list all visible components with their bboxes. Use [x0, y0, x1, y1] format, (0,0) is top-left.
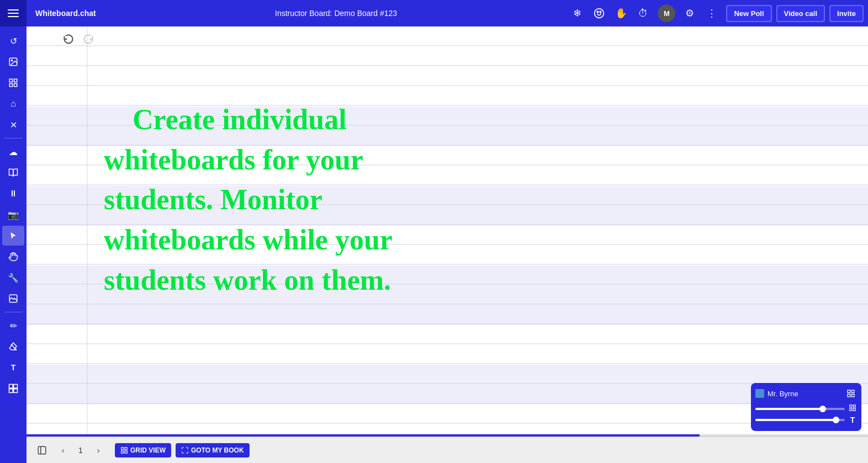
svg-rect-23: [848, 390, 850, 393]
svg-point-1: [597, 11, 599, 13]
svg-rect-11: [14, 385, 18, 389]
grid-view-button[interactable]: GRID VIEW: [115, 443, 171, 457]
next-page-button[interactable]: ›: [91, 443, 106, 458]
video-call-button[interactable]: Video call: [776, 5, 825, 22]
panel-slider-2[interactable]: [755, 419, 845, 421]
navbar-icons: ❄ ✋ ⏱ M ⚙ ⋮ New Poll Video call Invite: [567, 3, 868, 23]
new-poll-button[interactable]: New Poll: [726, 5, 771, 22]
app-logo: Whiteboard.chat: [27, 9, 105, 18]
tool-wrench[interactable]: 🔧: [2, 268, 24, 288]
redo-button[interactable]: [80, 31, 97, 46]
panel-slider-1-thumb[interactable]: [819, 406, 826, 412]
board-text: Create individual whiteboards for your s…: [104, 60, 393, 341]
panel-slider-1[interactable]: [755, 408, 845, 410]
palette-icon[interactable]: [589, 3, 609, 23]
tool-book[interactable]: [2, 163, 24, 183]
panel-slider-2-fill: [755, 419, 836, 421]
bottom-bar-left: [33, 441, 51, 459]
hamburger-icon: [8, 9, 19, 17]
tool-pen[interactable]: ✏: [2, 316, 24, 336]
menu-button[interactable]: [0, 0, 27, 26]
svg-rect-21: [121, 451, 124, 453]
tool-eraser[interactable]: [2, 337, 24, 356]
bottom-bar: ‹ 1 › GRID VIEW GOTO MY BOOK: [27, 437, 868, 463]
svg-rect-8: [14, 84, 17, 87]
settings-icon[interactable]: ⚙: [680, 3, 700, 23]
invite-button[interactable]: Invite: [829, 5, 864, 22]
svg-rect-19: [121, 447, 124, 449]
svg-rect-24: [851, 390, 854, 393]
svg-rect-30: [853, 408, 855, 411]
divider-1: [4, 138, 22, 139]
svg-rect-22: [125, 451, 127, 453]
progress-bar-fill: [27, 434, 700, 437]
svg-point-0: [595, 9, 604, 18]
avatar[interactable]: M: [658, 4, 675, 22]
svg-rect-12: [9, 389, 13, 393]
panel-color-swatch[interactable]: [755, 389, 764, 398]
panel-user-name: Mr. Byrne: [768, 390, 841, 398]
page-nav: ‹ 1 ›: [55, 443, 106, 458]
bottom-right-panel: Mr. Byrne T: [751, 383, 861, 431]
tool-refresh[interactable]: ↺: [2, 31, 24, 51]
panel-slider-2-thumb[interactable]: [833, 417, 839, 423]
svg-rect-7: [9, 84, 12, 87]
svg-rect-25: [848, 394, 850, 397]
tool-pause[interactable]: ⏸: [2, 184, 24, 204]
tool-image[interactable]: [2, 52, 24, 72]
tool-close[interactable]: ✕: [2, 115, 24, 135]
timer-icon[interactable]: ⏱: [633, 3, 653, 23]
panel-slider-2-row: T: [755, 416, 857, 424]
divider-2: [4, 312, 22, 312]
panel-slider-2-icon: T: [848, 416, 857, 424]
navbar: Whiteboard.chat Instructor Board: Demo B…: [0, 0, 868, 26]
panel-slider-1-row: [755, 404, 857, 413]
undo-button[interactable]: [60, 31, 77, 46]
svg-point-4: [11, 60, 12, 61]
panel-user-row: Mr. Byrne: [755, 387, 857, 400]
panel-settings-icon[interactable]: [845, 387, 857, 400]
page-number: 1: [75, 446, 86, 455]
tool-home[interactable]: ⌂: [2, 94, 24, 114]
svg-rect-6: [14, 79, 17, 82]
svg-rect-28: [853, 405, 855, 407]
prev-page-button[interactable]: ‹: [55, 443, 71, 458]
tool-touch[interactable]: [2, 247, 24, 267]
canvas-area[interactable]: Create individual whiteboards for your s…: [27, 26, 868, 437]
hand-icon[interactable]: ✋: [611, 3, 631, 23]
more-icon[interactable]: ⋮: [702, 3, 722, 23]
undo-redo-toolbar: [60, 31, 97, 46]
snowflake-icon[interactable]: ❄: [567, 3, 587, 23]
board-title: Instructor Board: Demo Board #123: [105, 9, 568, 18]
sidebar: ↺ ⌂ ✕ ☁ ⏸ 📷 🔧 ✏ T: [0, 26, 27, 463]
tool-media[interactable]: [2, 379, 24, 398]
svg-point-2: [600, 11, 602, 13]
svg-rect-29: [850, 408, 852, 411]
tool-cloud[interactable]: ☁: [2, 142, 24, 162]
tool-cursor[interactable]: [2, 226, 24, 246]
svg-rect-10: [9, 385, 13, 389]
svg-rect-27: [850, 405, 852, 407]
svg-rect-26: [851, 394, 854, 397]
tool-landscape[interactable]: [2, 289, 24, 308]
bottom-bar-actions: GRID VIEW GOTO MY BOOK: [115, 443, 250, 457]
tool-text[interactable]: T: [2, 358, 24, 377]
svg-rect-5: [9, 79, 12, 82]
tool-camera[interactable]: 📷: [2, 205, 24, 225]
progress-bar-container: [27, 434, 868, 437]
svg-rect-13: [14, 389, 18, 393]
tool-grid[interactable]: [2, 73, 24, 93]
svg-rect-20: [125, 447, 127, 449]
goto-my-book-button[interactable]: GOTO MY BOOK: [176, 443, 250, 457]
sidebar-toggle-button[interactable]: [33, 441, 51, 459]
svg-rect-17: [38, 446, 46, 454]
panel-slider-1-icon: [848, 404, 857, 413]
panel-slider-1-fill: [755, 408, 823, 410]
